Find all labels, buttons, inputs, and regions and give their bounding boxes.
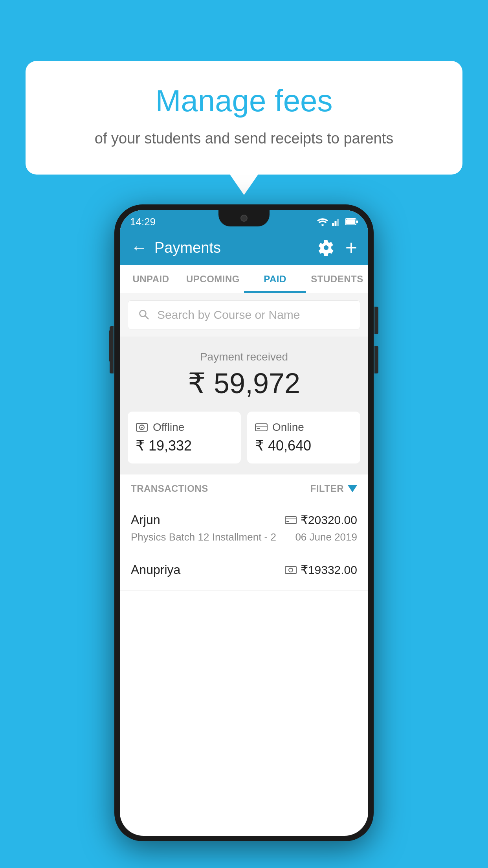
- transaction-amount: ₹20320.00: [301, 513, 357, 527]
- status-time: 14:29: [130, 216, 156, 228]
- background: Manage fees of your students and send re…: [0, 0, 488, 868]
- battery-icon: [345, 218, 358, 225]
- header-left: ← Payments: [131, 239, 221, 256]
- svg-rect-0: [332, 223, 334, 226]
- card-payment-icon: [285, 516, 297, 524]
- svg-rect-4: [356, 221, 358, 223]
- transaction-top: Arjun ₹20320.00: [131, 513, 357, 527]
- payment-amount: ₹ 59,972: [131, 368, 357, 399]
- online-label: Online: [272, 421, 304, 434]
- camera-dot: [240, 215, 248, 222]
- filter-container[interactable]: FILTER: [310, 483, 357, 494]
- phone-mockup: 14:29: [114, 204, 374, 841]
- svg-rect-10: [257, 428, 260, 429]
- online-card-header: Online: [255, 421, 352, 434]
- back-button[interactable]: ←: [131, 239, 147, 256]
- transaction-amount-2: ₹19332.00: [301, 563, 357, 577]
- signal-icon: [332, 217, 341, 226]
- svg-rect-13: [286, 521, 289, 522]
- offline-payment-card: Offline ₹ 19,332: [128, 412, 241, 463]
- transaction-date: 06 June 2019: [295, 531, 357, 543]
- online-payment-card: Online ₹ 40,640: [247, 412, 360, 463]
- wifi-icon: [317, 217, 328, 226]
- side-button-volume-up: [374, 307, 378, 334]
- search-icon: [138, 308, 151, 322]
- svg-rect-8: [255, 424, 267, 431]
- svg-rect-11: [285, 517, 296, 524]
- speech-bubble-wrapper: Manage fees of your students and send re…: [26, 61, 462, 175]
- add-button[interactable]: +: [345, 237, 357, 258]
- transaction-name: Arjun: [131, 513, 160, 527]
- transaction-row[interactable]: Arjun ₹20320.00 Physics Batch: [120, 503, 368, 553]
- transactions-label: TRANSACTIONS: [131, 483, 208, 494]
- bubble-subtitle: of your students and send receipts to pa…: [49, 128, 439, 149]
- gear-icon[interactable]: [318, 239, 334, 256]
- svg-rect-1: [335, 221, 337, 226]
- offline-label: Offline: [153, 421, 184, 434]
- side-button-power: [110, 326, 114, 373]
- transaction-bottom: Physics Batch 12 Installment - 2 06 June…: [131, 531, 357, 543]
- app-header: ← Payments +: [120, 230, 368, 265]
- payment-received-label: Payment received: [131, 351, 357, 363]
- tab-unpaid[interactable]: UNPAID: [120, 265, 182, 293]
- header-title: Payments: [154, 239, 221, 256]
- transactions-header: TRANSACTIONS FILTER: [120, 474, 368, 503]
- status-icons: [317, 217, 358, 226]
- search-bar[interactable]: Search by Course or Name: [128, 300, 360, 329]
- phone-screen: 14:29: [120, 210, 368, 836]
- transaction-top-2: Anupriya ₹19332.00: [131, 563, 357, 577]
- cash-payment-icon: [285, 565, 297, 575]
- header-right: +: [318, 237, 357, 258]
- payment-received-section: Payment received ₹ 59,972: [120, 337, 368, 412]
- phone-outer: 14:29: [114, 204, 374, 841]
- payment-cards: Offline ₹ 19,332 On: [120, 412, 368, 474]
- svg-rect-2: [337, 219, 339, 226]
- filter-label: FILTER: [310, 483, 344, 494]
- online-amount: ₹ 40,640: [255, 438, 352, 454]
- search-container: Search by Course or Name: [120, 293, 368, 337]
- speech-bubble: Manage fees of your students and send re…: [26, 61, 462, 175]
- transaction-amount-row: ₹20320.00: [285, 513, 357, 527]
- card-icon: [255, 422, 268, 433]
- bubble-title: Manage fees: [49, 83, 439, 120]
- phone-notch: [218, 210, 270, 226]
- transaction-amount-row-2: ₹19332.00: [285, 563, 357, 577]
- offline-card-header: Offline: [136, 421, 233, 434]
- svg-rect-5: [346, 219, 355, 224]
- tab-upcoming[interactable]: UPCOMING: [182, 265, 244, 293]
- transaction-name-2: Anupriya: [131, 563, 180, 577]
- tabs-bar: UNPAID UPCOMING PAID STUDENTS: [120, 265, 368, 293]
- transaction-desc: Physics Batch 12 Installment - 2: [131, 531, 276, 543]
- side-button-volume-down: [374, 346, 378, 373]
- filter-icon: [348, 485, 357, 492]
- offline-amount: ₹ 19,332: [136, 438, 233, 454]
- search-placeholder: Search by Course or Name: [157, 308, 300, 322]
- transaction-row[interactable]: Anupriya ₹19332.00: [120, 553, 368, 591]
- tab-students[interactable]: STUDENTS: [306, 265, 368, 293]
- svg-rect-14: [285, 566, 296, 574]
- cash-icon: [136, 422, 148, 433]
- tab-paid[interactable]: PAID: [244, 265, 306, 293]
